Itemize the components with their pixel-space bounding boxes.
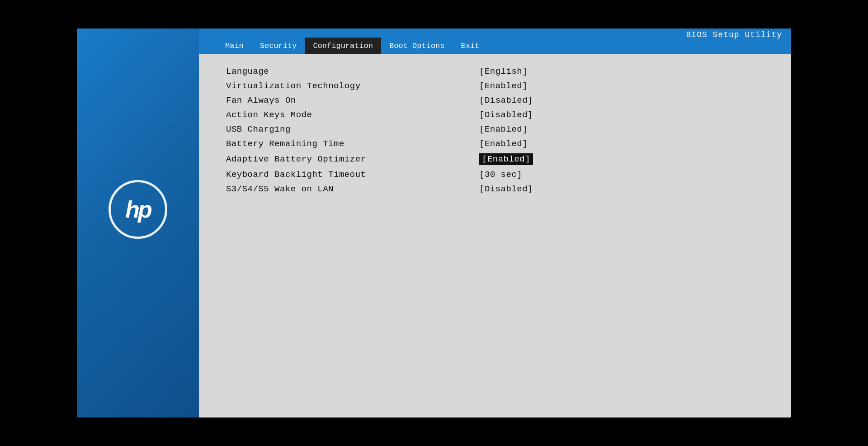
setting-value-usb-charging: [Enabled] [479, 124, 528, 134]
setting-row-battery-remaining[interactable]: Battery Remaining Time [Enabled] [226, 139, 764, 149]
outer-frame: hp BIOS Setup Utility Main Security Conf… [0, 0, 868, 446]
setting-label-battery-remaining: Battery Remaining Time [226, 139, 479, 149]
main-content: BIOS Setup Utility Main Security Configu… [199, 28, 791, 418]
tab-configuration[interactable]: Configuration [305, 38, 381, 54]
setting-row-wake-on-lan[interactable]: S3/S4/S5 Wake on LAN [Disabled] [226, 184, 764, 194]
setting-value-fan: [Disabled] [479, 95, 533, 105]
setting-label-usb-charging: USB Charging [226, 124, 479, 134]
setting-value-battery-remaining: [Enabled] [479, 139, 528, 149]
setting-row-action-keys[interactable]: Action Keys Mode [Disabled] [226, 110, 764, 120]
setting-row-language[interactable]: Language [English] [226, 66, 764, 76]
setting-value-action-keys: [Disabled] [479, 110, 533, 120]
setting-value-language: [English] [479, 66, 528, 76]
setting-label-virtualization: Virtualization Technology [226, 81, 479, 91]
setting-label-keyboard-backlight: Keyboard Backlight Timeout [226, 170, 479, 180]
hp-logo: hp [108, 180, 167, 239]
setting-row-adaptive-battery[interactable]: Adaptive Battery Optimizer [Enabled] [226, 153, 764, 165]
setting-value-keyboard-backlight: [30 sec] [479, 170, 522, 180]
settings-area: Language [English] Virtualization Techno… [199, 54, 791, 208]
bios-title: BIOS Setup Utility [686, 30, 782, 39]
setting-label-wake-on-lan: S3/S4/S5 Wake on LAN [226, 184, 479, 194]
setting-label-action-keys: Action Keys Mode [226, 110, 479, 120]
tab-security[interactable]: Security [252, 38, 305, 54]
setting-row-keyboard-backlight[interactable]: Keyboard Backlight Timeout [30 sec] [226, 170, 764, 180]
setting-row-usb-charging[interactable]: USB Charging [Enabled] [226, 124, 764, 134]
setting-value-wake-on-lan: [Disabled] [479, 184, 533, 194]
top-bar: BIOS Setup Utility Main Security Configu… [199, 28, 791, 54]
sidebar: hp [77, 28, 199, 418]
setting-label-language: Language [226, 66, 479, 76]
setting-row-fan[interactable]: Fan Always On [Disabled] [226, 95, 764, 105]
setting-label-adaptive-battery: Adaptive Battery Optimizer [226, 154, 479, 164]
hp-logo-text: hp [125, 196, 151, 223]
setting-value-virtualization: [Enabled] [479, 81, 528, 91]
nav-tabs: Main Security Configuration Boot Options… [199, 30, 487, 54]
tab-exit[interactable]: Exit [453, 38, 487, 54]
setting-label-fan: Fan Always On [226, 95, 479, 105]
screen: hp BIOS Setup Utility Main Security Conf… [77, 28, 791, 418]
setting-row-virtualization[interactable]: Virtualization Technology [Enabled] [226, 81, 764, 91]
setting-value-adaptive-battery: [Enabled] [479, 153, 533, 165]
tab-boot-options[interactable]: Boot Options [381, 38, 453, 54]
tab-main[interactable]: Main [217, 38, 252, 54]
